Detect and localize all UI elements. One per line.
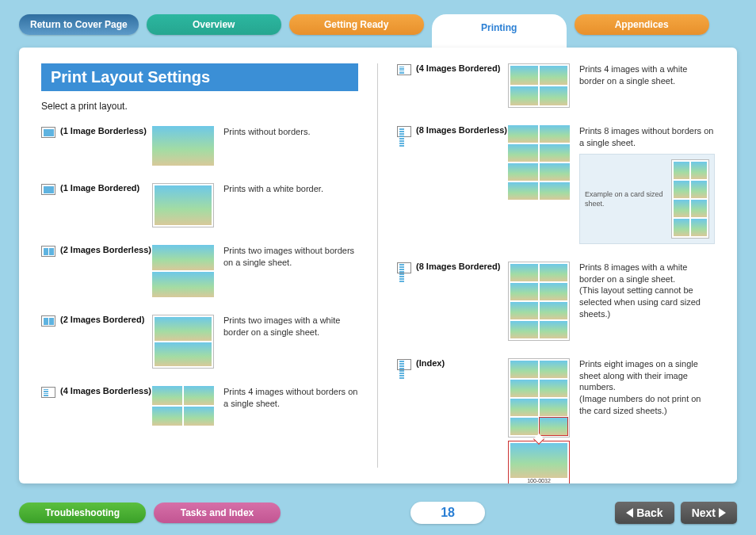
- left-column: Print Layout Settings Select a print lay…: [41, 63, 378, 468]
- layout-icon-2: [41, 246, 55, 257]
- layout-desc: Prints 4 images without borders on a sin…: [223, 386, 358, 410]
- back-button[interactable]: Back: [615, 502, 674, 524]
- layout-desc: Prints 4 images with a white border on a…: [579, 63, 715, 87]
- layout-icon-4: [41, 387, 55, 398]
- section-title: Print Layout Settings: [41, 63, 358, 91]
- layout-label: (1 Image Borderless): [60, 126, 147, 136]
- layout-preview: [152, 126, 214, 166]
- layout-icon-2b: [41, 315, 55, 327]
- example-card-box: Example on a card sized sheet.: [579, 154, 715, 244]
- return-cover-button[interactable]: Return to Cover Page: [19, 14, 139, 35]
- layout-desc: Prints with a white border.: [223, 183, 358, 195]
- layout-label: (4 Images Bordered): [416, 63, 500, 73]
- layout-desc: Prints 8 images without borders on a sin…: [579, 125, 715, 244]
- example-caption: Example on a card sized sheet.: [585, 189, 665, 208]
- layout-row-4-bordered: (4 Images Bordered) Prints 4 images with…: [397, 63, 715, 108]
- layout-label: (1 Image Bordered): [60, 183, 139, 193]
- layout-label: (4 Images Borderless): [60, 386, 151, 396]
- layout-desc: Prints eight images on a single sheet al…: [579, 358, 715, 417]
- layout-row-1-borderless: (1 Image Borderless) Prints without bord…: [41, 126, 358, 166]
- right-column: (4 Images Bordered) Prints 4 images with…: [378, 63, 715, 468]
- layout-preview: [152, 183, 214, 227]
- content-area: Print Layout Settings Select a print lay…: [19, 48, 737, 483]
- layout-icon-8b: [397, 262, 411, 273]
- layout-label: (8 Images Borderless): [416, 125, 507, 135]
- layout-icon-1: [41, 127, 55, 138]
- bottom-nav: Troubleshooting Tasks and Index 18 Back …: [19, 502, 737, 524]
- layout-label: (2 Images Bordered): [60, 315, 144, 324]
- appendices-tab[interactable]: Appendices: [575, 14, 709, 35]
- layout-preview: [152, 245, 214, 297]
- layout-preview: [152, 386, 214, 426]
- printing-tab-active[interactable]: Printing: [432, 14, 567, 48]
- layout-label: (Index): [416, 358, 445, 368]
- layout-icon-1b: [41, 184, 55, 195]
- index-enlarged: 100-0032: [508, 441, 570, 483]
- layout-preview: [508, 358, 570, 438]
- getting-ready-tab[interactable]: Getting Ready: [289, 14, 424, 35]
- page-number: 18: [410, 502, 485, 524]
- layout-icon-4b: [397, 64, 411, 75]
- arrow-left-icon: [626, 508, 633, 518]
- layout-row-4-borderless: (4 Images Borderless) Prints 4 images wi…: [41, 386, 358, 426]
- layout-row-2-bordered: (2 Images Bordered) Prints two images wi…: [41, 315, 358, 369]
- top-nav: Return to Cover Page Overview Getting Re…: [0, 0, 756, 48]
- overview-tab[interactable]: Overview: [147, 14, 281, 35]
- index-caption: 100-0032: [510, 478, 567, 483]
- layout-desc: Prints without borders.: [223, 126, 358, 138]
- layout-icon-index: [397, 359, 411, 370]
- layout-desc: Prints two images with a white border on…: [223, 315, 358, 338]
- tasks-index-button[interactable]: Tasks and Index: [154, 503, 281, 523]
- layout-icon-8: [397, 126, 411, 137]
- layout-preview: [508, 63, 570, 108]
- layout-row-8-bordered: (8 Images Bordered) Prints 8 images with…: [397, 262, 715, 341]
- layout-row-8-borderless: (8 Images Borderless) Prints 8 images wi…: [397, 125, 715, 244]
- layout-preview: [508, 125, 570, 200]
- intro-text: Select a print layout.: [41, 101, 358, 112]
- layout-row-index: (Index) 100-0032 Prints eight images on …: [397, 358, 715, 483]
- layout-row-1-bordered: (1 Image Bordered) Prints with a white b…: [41, 183, 358, 227]
- layout-desc: Prints two images without borders on a s…: [223, 245, 358, 269]
- layout-label: (8 Images Bordered): [416, 262, 500, 271]
- layout-desc: Prints 8 images with a white border on a…: [579, 262, 715, 320]
- layout-preview: [152, 315, 214, 369]
- arrow-right-icon: [719, 508, 726, 518]
- next-button[interactable]: Next: [681, 502, 737, 524]
- troubleshooting-button[interactable]: Troubleshooting: [19, 503, 146, 523]
- layout-label: (2 Images Borderless): [60, 245, 151, 254]
- layout-row-2-borderless: (2 Images Borderless) Prints two images …: [41, 245, 358, 297]
- layout-preview: [508, 262, 570, 341]
